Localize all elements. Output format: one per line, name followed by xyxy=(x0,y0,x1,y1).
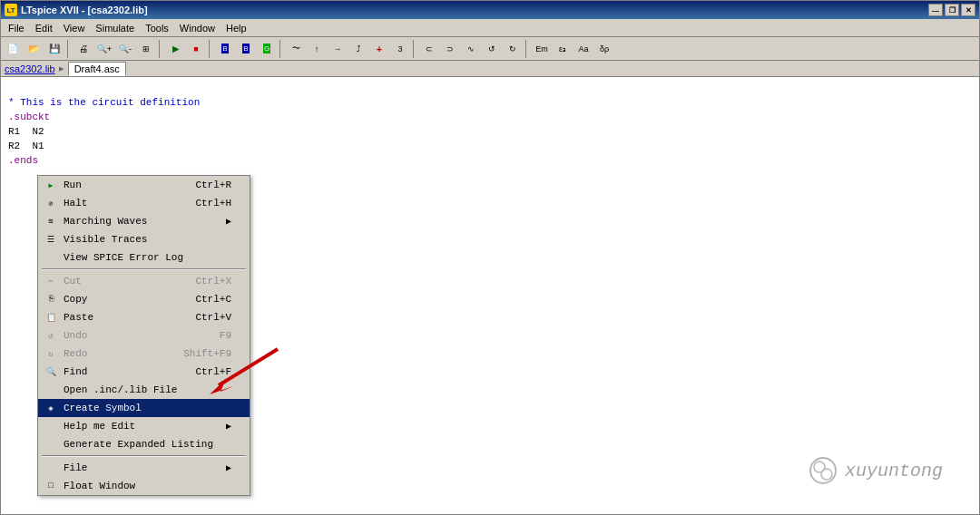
ctx-sep2 xyxy=(42,455,246,457)
toolbar-sep4 xyxy=(279,40,283,58)
toolbar-r2[interactable]: ⤴ xyxy=(348,39,368,59)
toolbar-aa[interactable]: Aa xyxy=(573,39,593,59)
menu-window[interactable]: Window xyxy=(174,21,220,35)
ctx-help-me-edit[interactable]: Help me Edit ▶ xyxy=(38,417,250,435)
toolbar-sep3 xyxy=(209,40,212,58)
toolbar-sep2 xyxy=(159,40,162,58)
toolbar-halt[interactable]: ■ xyxy=(186,39,206,59)
ctx-copy[interactable]: ⎘ Copy Ctrl+C xyxy=(38,290,250,308)
editor-r2: R2 N1 xyxy=(8,141,44,151)
toolbar-sep5 xyxy=(413,40,416,58)
toolbar-r1[interactable]: → xyxy=(328,39,348,59)
ctx-marching-waves[interactable]: ≋ Marching Waves ▶ xyxy=(38,212,250,230)
ctx-sep1 xyxy=(42,268,246,270)
breadcrumb: csa2302.lib xyxy=(5,63,55,74)
ctx-file[interactable]: File ▶ xyxy=(38,459,250,477)
ctx-redo-label: Redo xyxy=(64,348,87,359)
ctx-view-spice-error[interactable]: View SPICE Error Log xyxy=(38,248,250,267)
ctx-marching-waves-label: Marching Waves xyxy=(64,216,147,227)
title-bar-buttons: — ❐ ✕ xyxy=(928,4,975,16)
ctx-generate-expanded[interactable]: Generate Expanded Listing xyxy=(38,435,250,453)
tab-bar: csa2302.lib ▸ Draft4.asc xyxy=(1,61,979,77)
toolbar-zoom-fit[interactable]: ⊞ xyxy=(136,39,156,59)
ctx-find[interactable]: 🔍 Find Ctrl+F xyxy=(38,363,250,381)
toolbar-arrow[interactable]: ↑ xyxy=(307,39,327,59)
toolbar-print[interactable]: 🖨 xyxy=(74,39,93,59)
ctx-find-shortcut: Ctrl+F xyxy=(195,366,231,377)
ctx-run-shortcut: Ctrl+R xyxy=(195,180,231,190)
editor: * This is the circuit definition .subckt… xyxy=(1,77,979,186)
toolbar-plus[interactable]: + xyxy=(369,39,389,59)
toolbar-zoom-in[interactable]: 🔍+ xyxy=(94,39,114,59)
find-icon: 🔍 xyxy=(44,364,58,379)
toolbar-sep1 xyxy=(67,40,71,58)
ctx-paste[interactable]: 📋 Paste Ctrl+V xyxy=(38,308,250,326)
tab-draft4[interactable]: Draft4.asc xyxy=(68,62,126,76)
open-inc-lib-icon xyxy=(44,383,58,397)
ctx-generate-expanded-label: Generate Expanded Listing xyxy=(64,439,213,450)
ctx-halt-label: Halt xyxy=(64,198,87,209)
title-bar-left: LT LTspice XVII - [csa2302.lib] xyxy=(5,4,148,16)
ctx-halt-shortcut: Ctrl+H xyxy=(195,198,231,209)
close-button[interactable]: ✕ xyxy=(961,4,975,16)
toolbar-num3[interactable]: 3 xyxy=(390,39,410,59)
toolbar-zoom-out[interactable]: 🔍- xyxy=(115,39,135,59)
toolbar-dp[interactable]: δρ xyxy=(594,39,614,59)
toolbar-sym3[interactable]: ∿ xyxy=(461,39,481,59)
undo-icon: ↺ xyxy=(44,328,58,343)
main-window: LT LTspice XVII - [csa2302.lib] — ❐ ✕ Fi… xyxy=(0,0,980,515)
ctx-create-symbol[interactable]: ◈ Create Symbol xyxy=(38,399,250,417)
ctx-open-inc-lib[interactable]: Open .inc/.lib File xyxy=(38,381,250,399)
ctx-find-label: Find xyxy=(64,366,87,377)
restore-button[interactable]: ❐ xyxy=(945,4,959,16)
ctx-redo[interactable]: ↻ Redo Shift+F9 xyxy=(38,345,250,363)
menu-simulate[interactable]: Simulate xyxy=(90,21,140,35)
toolbar-new[interactable]: 📄 xyxy=(3,39,23,59)
toolbar-run[interactable]: ▶ xyxy=(165,39,185,59)
ctx-cut[interactable]: ✂ Cut Ctrl+X xyxy=(38,272,250,290)
editor-ends: .ends xyxy=(8,155,38,166)
menu-help[interactable]: Help xyxy=(220,21,252,35)
menu-file[interactable]: File xyxy=(3,21,30,35)
ctx-paste-label: Paste xyxy=(64,312,93,323)
toolbar-sym1[interactable]: ⊂ xyxy=(419,39,439,59)
toolbar-b2[interactable]: B xyxy=(236,39,256,59)
ctx-run-label: Run xyxy=(64,180,82,190)
ctx-halt[interactable]: ⊘ Halt Ctrl+H xyxy=(38,194,250,212)
toolbar-sym2[interactable]: ⊃ xyxy=(440,39,460,59)
editor-subckt: .subckt xyxy=(8,112,50,122)
visible-traces-icon: ☰ xyxy=(44,232,58,247)
toolbar-b3[interactable]: G xyxy=(257,39,277,59)
help-me-edit-icon xyxy=(44,419,58,433)
marching-waves-arrow: ▶ xyxy=(226,216,231,227)
toolbar-redo[interactable]: ↻ xyxy=(503,39,523,59)
view-spice-icon xyxy=(44,250,58,265)
ctx-float-window[interactable]: □ Float Window xyxy=(38,477,250,495)
run-icon: ▶ xyxy=(44,178,58,192)
minimize-button[interactable]: — xyxy=(928,4,943,16)
toolbar-undo[interactable]: ↺ xyxy=(482,39,502,59)
ctx-undo-label: Undo xyxy=(64,330,87,341)
ctx-run[interactable]: ▶ Run Ctrl+R xyxy=(38,176,250,194)
menu-tools[interactable]: Tools xyxy=(140,21,174,35)
toolbar-save[interactable]: 💾 xyxy=(44,39,64,59)
toolbar-b1[interactable]: B xyxy=(215,39,235,59)
toolbar-open[interactable]: 📂 xyxy=(24,39,44,59)
ctx-view-spice-label: View SPICE Error Log xyxy=(64,252,183,263)
toolbar-wave[interactable]: 〜 xyxy=(286,39,306,59)
help-me-edit-arrow: ▶ xyxy=(226,421,231,432)
title-bar: LT LTspice XVII - [csa2302.lib] — ❐ ✕ xyxy=(1,1,979,19)
app-icon: LT xyxy=(5,4,17,16)
ctx-create-symbol-label: Create Symbol xyxy=(64,403,142,413)
ctx-undo[interactable]: ↺ Undo F9 xyxy=(38,326,250,345)
ctx-undo-shortcut: F9 xyxy=(220,330,231,341)
window-title: LTspice XVII - [csa2302.lib] xyxy=(21,5,148,15)
ctx-visible-traces[interactable]: ☰ Visible Traces xyxy=(38,230,250,248)
ctx-file-label: File xyxy=(64,462,87,473)
menu-edit[interactable]: Edit xyxy=(30,21,58,35)
toolbar-e3[interactable]: ε₃ xyxy=(553,39,573,59)
toolbar: 📄 📂 💾 🖨 🔍+ 🔍- ⊞ ▶ ■ B B G 〜 ↑ → ⤴ + 3 ⊂ … xyxy=(1,37,979,61)
watermark-text: xuyuntong xyxy=(845,461,943,481)
toolbar-em[interactable]: Em xyxy=(532,39,552,59)
menu-view[interactable]: View xyxy=(58,21,91,35)
